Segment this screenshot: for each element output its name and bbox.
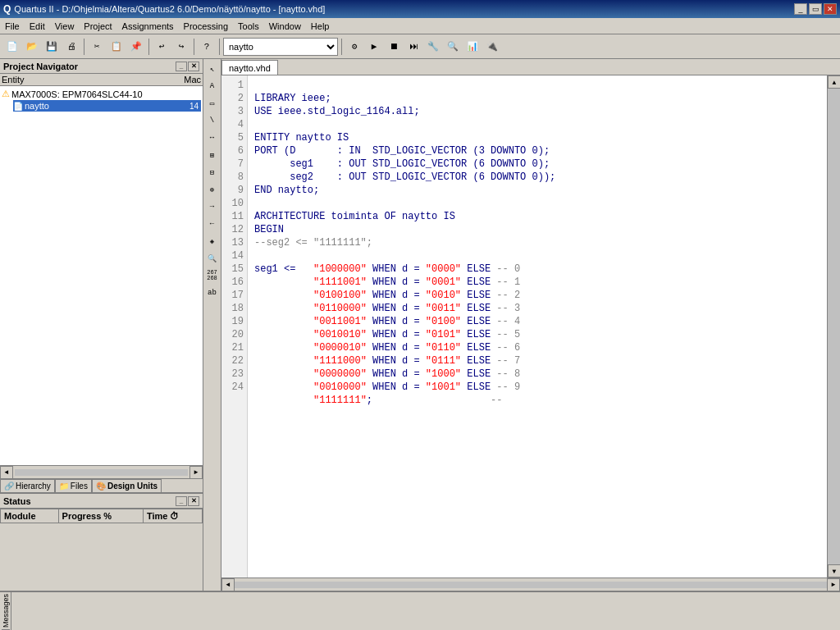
menu-help[interactable]: Help bbox=[306, 20, 335, 33]
naytto-file-icon: 📄 bbox=[13, 102, 23, 111]
menu-assignments[interactable]: Assignments bbox=[117, 20, 179, 33]
side-tool-267[interactable]: 267268 bbox=[204, 267, 221, 284]
restore-button[interactable]: ▭ bbox=[809, 3, 822, 15]
code-tab-naytto[interactable]: naytto.vhd bbox=[221, 60, 278, 75]
save-button[interactable]: 💾 bbox=[43, 38, 61, 56]
project-navigator-title: Project Navigator bbox=[3, 62, 78, 71]
menu-edit[interactable]: Edit bbox=[25, 20, 50, 33]
code-scroll-right[interactable]: ► bbox=[827, 578, 840, 591]
compile-button[interactable]: ⚙ bbox=[345, 38, 363, 56]
toolbar-sep3 bbox=[194, 39, 194, 55]
project-navigator-header: Project Navigator _ ✕ bbox=[0, 59, 203, 74]
close-button[interactable]: ✕ bbox=[824, 3, 837, 15]
messages-strip: Messages ✕ bbox=[0, 592, 11, 630]
code-content[interactable]: LIBRARY ieee; USE ieee.std_logic_1164.al… bbox=[248, 75, 827, 578]
title-bar-left: Q Quartus II - D:/Ohjelmia/Altera/Quartu… bbox=[3, 3, 325, 15]
print-button[interactable]: 🖨 bbox=[62, 38, 80, 56]
messages-label: Messages bbox=[2, 594, 10, 628]
horizontal-scrollbar[interactable]: ◄ ► bbox=[0, 465, 203, 478]
menu-window[interactable]: Window bbox=[264, 20, 306, 33]
tool2[interactable]: 🔍 bbox=[444, 38, 462, 56]
macro-column-header: Mac bbox=[184, 75, 201, 84]
undo-button[interactable]: ↩ bbox=[153, 38, 171, 56]
side-tool-line[interactable]: \ bbox=[204, 112, 221, 129]
menu-view[interactable]: View bbox=[50, 20, 80, 33]
tab-hierarchy-label: Hierarchy bbox=[16, 482, 51, 491]
hierarchy-icon: 🔗 bbox=[4, 482, 14, 491]
tree-item-naytto[interactable]: 📄 naytto 14 bbox=[13, 100, 201, 112]
side-tool-connect[interactable]: ↔ bbox=[204, 130, 221, 146]
step-button[interactable]: ⏭ bbox=[404, 38, 422, 56]
stop-button[interactable]: ⏹ bbox=[385, 38, 403, 56]
nav-close-btn[interactable]: ✕ bbox=[188, 62, 199, 71]
tool1[interactable]: 🔧 bbox=[424, 38, 442, 56]
status-table: Module Progress % Time ⏱ bbox=[0, 509, 203, 523]
tab-files[interactable]: 📁 Files bbox=[55, 479, 92, 492]
line-numbers: 123456789101112131415161718192021222324 bbox=[221, 75, 248, 578]
toolbar: 📄 📂 💾 🖨 ✂ 📋 📌 ↩ ↪ ? naytto ⚙ ▶ ⏹ ⏭ 🔧 🔍 📊… bbox=[0, 34, 840, 59]
tree-item-naytto-content: 📄 naytto bbox=[13, 101, 49, 111]
status-header: Status _ ✕ bbox=[0, 494, 203, 509]
side-tool-bus[interactable]: ⊞ bbox=[204, 147, 221, 163]
open-button[interactable]: 📂 bbox=[23, 38, 41, 56]
window-title: Quartus II - D:/Ohjelmia/Altera/Quartus2… bbox=[14, 4, 325, 14]
files-icon: 📁 bbox=[59, 482, 69, 491]
menu-processing[interactable]: Processing bbox=[179, 20, 233, 33]
nav-minimize-btn[interactable]: _ bbox=[176, 62, 187, 71]
side-tool-bus2[interactable]: ⊟ bbox=[204, 164, 221, 180]
toolbar-sep5 bbox=[341, 39, 342, 55]
redo-button[interactable]: ↪ bbox=[172, 38, 190, 56]
entity-tree[interactable]: ⚠ MAX7000S: EPM7064SLC44-10 📄 naytto 14 bbox=[0, 86, 203, 465]
side-tool-rect[interactable]: ▭ bbox=[204, 95, 221, 112]
side-toolbar: ↖ A ▭ \ ↔ ⊞ ⊟ ⊕ → ← ◈ 🔍 267268 ab bbox=[203, 59, 221, 591]
code-area: naytto.vhd 12345678910111213141516171819… bbox=[221, 59, 840, 591]
menu-project[interactable]: Project bbox=[79, 20, 116, 33]
code-horizontal-scrollbar[interactable]: ◄ ► bbox=[221, 578, 840, 591]
paste-button[interactable]: 📌 bbox=[127, 38, 145, 56]
status-table-header: Module Progress % Time ⏱ bbox=[1, 509, 203, 523]
side-tool-arrow[interactable]: ↖ bbox=[204, 61, 221, 77]
menu-file[interactable]: File bbox=[0, 20, 25, 33]
tab-design-units[interactable]: 🎨 Design Units bbox=[92, 479, 162, 492]
help-button[interactable]: ? bbox=[198, 38, 216, 56]
naytto-badge: 14 bbox=[187, 102, 201, 111]
side-tool-out[interactable]: ← bbox=[204, 216, 221, 232]
tab-bar: naytto.vhd bbox=[221, 59, 840, 75]
status-minimize-btn[interactable]: _ bbox=[176, 496, 187, 506]
toolbar-sep4 bbox=[219, 39, 220, 55]
new-button[interactable]: 📄 bbox=[3, 38, 21, 56]
tool4[interactable]: 🔌 bbox=[483, 38, 501, 56]
tab-files-label: Files bbox=[71, 482, 88, 491]
status-close-btn[interactable]: ✕ bbox=[188, 496, 199, 506]
side-tool-ab[interactable]: ab bbox=[204, 285, 221, 301]
code-editor[interactable]: 123456789101112131415161718192021222324 … bbox=[221, 75, 840, 578]
tab-hierarchy[interactable]: 🔗 Hierarchy bbox=[0, 479, 55, 492]
scroll-right-btn[interactable]: ► bbox=[189, 466, 203, 479]
side-tool-text[interactable]: A bbox=[204, 78, 221, 94]
menu-tools[interactable]: Tools bbox=[233, 20, 264, 33]
vertical-scrollbar[interactable]: ▲ ▼ bbox=[827, 75, 840, 578]
side-tool-in[interactable]: → bbox=[204, 199, 221, 215]
code-scroll-left[interactable]: ◄ bbox=[221, 578, 235, 591]
copy-button[interactable]: 📋 bbox=[107, 38, 126, 56]
progress-column: Progress % bbox=[58, 509, 143, 523]
status-header-buttons: _ ✕ bbox=[176, 496, 199, 506]
side-tool-sym[interactable]: ◈ bbox=[204, 233, 221, 249]
entity-dropdown[interactable]: naytto bbox=[223, 38, 338, 56]
code-scroll-track bbox=[235, 582, 827, 588]
run-button[interactable]: ▶ bbox=[365, 38, 383, 56]
scroll-left-btn[interactable]: ◄ bbox=[0, 466, 13, 479]
status-title: Status bbox=[3, 496, 31, 506]
scroll-up-btn[interactable]: ▲ bbox=[828, 75, 840, 89]
tool3[interactable]: 📊 bbox=[463, 38, 482, 56]
code-tab-label: naytto.vhd bbox=[229, 63, 271, 73]
time-column: Time ⏱ bbox=[143, 509, 202, 523]
left-panel: Project Navigator _ ✕ Entity Mac ⚠ MAX70… bbox=[0, 59, 203, 591]
tree-item-max7000[interactable]: ⚠ MAX7000S: EPM7064SLC44-10 bbox=[2, 88, 201, 100]
side-tool-pin[interactable]: ⊕ bbox=[204, 181, 221, 198]
cut-button[interactable]: ✂ bbox=[88, 38, 106, 56]
scroll-down-btn[interactable]: ▼ bbox=[828, 564, 840, 578]
warning-icon: ⚠ bbox=[2, 89, 10, 99]
side-tool-zoom[interactable]: 🔍 bbox=[204, 250, 221, 267]
minimize-button[interactable]: _ bbox=[794, 3, 807, 15]
